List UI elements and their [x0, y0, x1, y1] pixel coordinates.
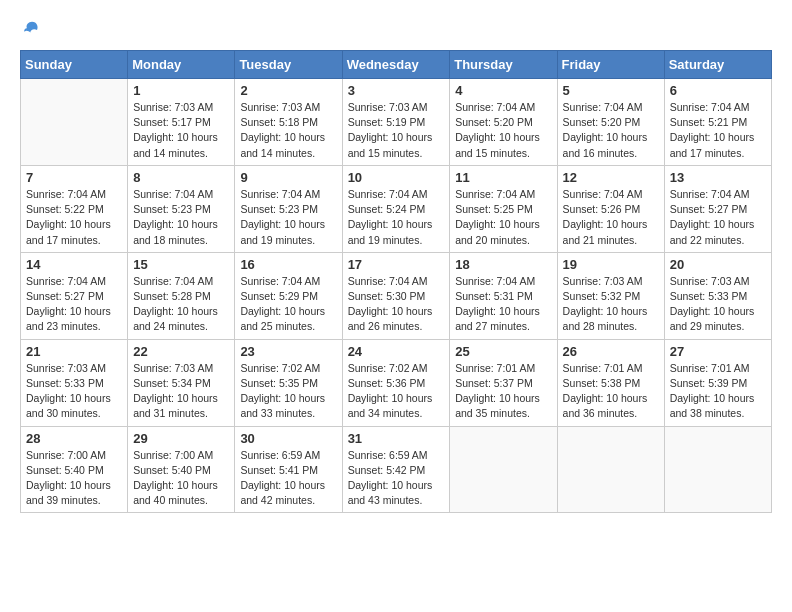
day-number: 26 — [563, 344, 659, 359]
day-info: Sunrise: 7:01 AMSunset: 5:39 PMDaylight:… — [670, 361, 766, 422]
day-info: Sunrise: 7:04 AMSunset: 5:31 PMDaylight:… — [455, 274, 551, 335]
day-number: 27 — [670, 344, 766, 359]
calendar-cell: 25Sunrise: 7:01 AMSunset: 5:37 PMDayligh… — [450, 339, 557, 426]
day-number: 22 — [133, 344, 229, 359]
calendar-cell: 29Sunrise: 7:00 AMSunset: 5:40 PMDayligh… — [128, 426, 235, 513]
weekday-header: Thursday — [450, 51, 557, 79]
calendar-cell: 21Sunrise: 7:03 AMSunset: 5:33 PMDayligh… — [21, 339, 128, 426]
calendar-cell: 11Sunrise: 7:04 AMSunset: 5:25 PMDayligh… — [450, 165, 557, 252]
calendar-cell: 1Sunrise: 7:03 AMSunset: 5:17 PMDaylight… — [128, 79, 235, 166]
day-number: 10 — [348, 170, 445, 185]
day-info: Sunrise: 7:04 AMSunset: 5:20 PMDaylight:… — [455, 100, 551, 161]
calendar-cell — [664, 426, 771, 513]
calendar-week-row: 1Sunrise: 7:03 AMSunset: 5:17 PMDaylight… — [21, 79, 772, 166]
weekday-header: Tuesday — [235, 51, 342, 79]
day-info: Sunrise: 7:02 AMSunset: 5:36 PMDaylight:… — [348, 361, 445, 422]
calendar-week-row: 7Sunrise: 7:04 AMSunset: 5:22 PMDaylight… — [21, 165, 772, 252]
calendar-cell: 22Sunrise: 7:03 AMSunset: 5:34 PMDayligh… — [128, 339, 235, 426]
calendar-cell — [450, 426, 557, 513]
weekday-header: Saturday — [664, 51, 771, 79]
day-info: Sunrise: 7:04 AMSunset: 5:22 PMDaylight:… — [26, 187, 122, 248]
day-number: 7 — [26, 170, 122, 185]
day-info: Sunrise: 7:04 AMSunset: 5:27 PMDaylight:… — [26, 274, 122, 335]
calendar-cell: 7Sunrise: 7:04 AMSunset: 5:22 PMDaylight… — [21, 165, 128, 252]
day-info: Sunrise: 7:04 AMSunset: 5:29 PMDaylight:… — [240, 274, 336, 335]
day-info: Sunrise: 7:04 AMSunset: 5:26 PMDaylight:… — [563, 187, 659, 248]
calendar-header-row: SundayMondayTuesdayWednesdayThursdayFrid… — [21, 51, 772, 79]
day-info: Sunrise: 7:00 AMSunset: 5:40 PMDaylight:… — [26, 448, 122, 509]
calendar-week-row: 14Sunrise: 7:04 AMSunset: 5:27 PMDayligh… — [21, 252, 772, 339]
calendar-cell: 16Sunrise: 7:04 AMSunset: 5:29 PMDayligh… — [235, 252, 342, 339]
page-header — [20, 20, 772, 40]
day-number: 1 — [133, 83, 229, 98]
day-info: Sunrise: 6:59 AMSunset: 5:41 PMDaylight:… — [240, 448, 336, 509]
day-info: Sunrise: 7:04 AMSunset: 5:25 PMDaylight:… — [455, 187, 551, 248]
day-info: Sunrise: 7:03 AMSunset: 5:18 PMDaylight:… — [240, 100, 336, 161]
day-number: 5 — [563, 83, 659, 98]
day-number: 25 — [455, 344, 551, 359]
day-number: 30 — [240, 431, 336, 446]
calendar-cell: 19Sunrise: 7:03 AMSunset: 5:32 PMDayligh… — [557, 252, 664, 339]
day-info: Sunrise: 7:01 AMSunset: 5:38 PMDaylight:… — [563, 361, 659, 422]
day-info: Sunrise: 7:04 AMSunset: 5:23 PMDaylight:… — [240, 187, 336, 248]
day-info: Sunrise: 7:03 AMSunset: 5:33 PMDaylight:… — [670, 274, 766, 335]
calendar-cell: 24Sunrise: 7:02 AMSunset: 5:36 PMDayligh… — [342, 339, 450, 426]
calendar-cell: 30Sunrise: 6:59 AMSunset: 5:41 PMDayligh… — [235, 426, 342, 513]
day-number: 28 — [26, 431, 122, 446]
calendar-cell: 23Sunrise: 7:02 AMSunset: 5:35 PMDayligh… — [235, 339, 342, 426]
weekday-header: Wednesday — [342, 51, 450, 79]
day-info: Sunrise: 7:03 AMSunset: 5:33 PMDaylight:… — [26, 361, 122, 422]
calendar-cell: 18Sunrise: 7:04 AMSunset: 5:31 PMDayligh… — [450, 252, 557, 339]
weekday-header: Sunday — [21, 51, 128, 79]
calendar-cell: 31Sunrise: 6:59 AMSunset: 5:42 PMDayligh… — [342, 426, 450, 513]
day-number: 12 — [563, 170, 659, 185]
day-number: 16 — [240, 257, 336, 272]
calendar-cell: 9Sunrise: 7:04 AMSunset: 5:23 PMDaylight… — [235, 165, 342, 252]
calendar-cell — [21, 79, 128, 166]
day-number: 18 — [455, 257, 551, 272]
calendar-cell: 6Sunrise: 7:04 AMSunset: 5:21 PMDaylight… — [664, 79, 771, 166]
calendar-cell: 2Sunrise: 7:03 AMSunset: 5:18 PMDaylight… — [235, 79, 342, 166]
calendar-cell: 15Sunrise: 7:04 AMSunset: 5:28 PMDayligh… — [128, 252, 235, 339]
day-number: 2 — [240, 83, 336, 98]
day-number: 11 — [455, 170, 551, 185]
calendar-cell — [557, 426, 664, 513]
day-info: Sunrise: 7:04 AMSunset: 5:23 PMDaylight:… — [133, 187, 229, 248]
calendar-week-row: 28Sunrise: 7:00 AMSunset: 5:40 PMDayligh… — [21, 426, 772, 513]
day-info: Sunrise: 7:04 AMSunset: 5:24 PMDaylight:… — [348, 187, 445, 248]
day-number: 9 — [240, 170, 336, 185]
day-number: 8 — [133, 170, 229, 185]
day-number: 4 — [455, 83, 551, 98]
day-info: Sunrise: 7:04 AMSunset: 5:20 PMDaylight:… — [563, 100, 659, 161]
calendar-cell: 27Sunrise: 7:01 AMSunset: 5:39 PMDayligh… — [664, 339, 771, 426]
day-number: 29 — [133, 431, 229, 446]
calendar-cell: 26Sunrise: 7:01 AMSunset: 5:38 PMDayligh… — [557, 339, 664, 426]
day-info: Sunrise: 7:00 AMSunset: 5:40 PMDaylight:… — [133, 448, 229, 509]
day-info: Sunrise: 7:02 AMSunset: 5:35 PMDaylight:… — [240, 361, 336, 422]
logo-bird-icon — [22, 20, 42, 40]
calendar-cell: 20Sunrise: 7:03 AMSunset: 5:33 PMDayligh… — [664, 252, 771, 339]
day-number: 21 — [26, 344, 122, 359]
day-info: Sunrise: 6:59 AMSunset: 5:42 PMDaylight:… — [348, 448, 445, 509]
calendar-cell: 12Sunrise: 7:04 AMSunset: 5:26 PMDayligh… — [557, 165, 664, 252]
calendar-cell: 13Sunrise: 7:04 AMSunset: 5:27 PMDayligh… — [664, 165, 771, 252]
calendar-cell: 3Sunrise: 7:03 AMSunset: 5:19 PMDaylight… — [342, 79, 450, 166]
calendar-cell: 28Sunrise: 7:00 AMSunset: 5:40 PMDayligh… — [21, 426, 128, 513]
day-info: Sunrise: 7:03 AMSunset: 5:32 PMDaylight:… — [563, 274, 659, 335]
day-info: Sunrise: 7:04 AMSunset: 5:30 PMDaylight:… — [348, 274, 445, 335]
calendar-cell: 5Sunrise: 7:04 AMSunset: 5:20 PMDaylight… — [557, 79, 664, 166]
day-number: 15 — [133, 257, 229, 272]
calendar-table: SundayMondayTuesdayWednesdayThursdayFrid… — [20, 50, 772, 513]
calendar-week-row: 21Sunrise: 7:03 AMSunset: 5:33 PMDayligh… — [21, 339, 772, 426]
calendar-cell: 14Sunrise: 7:04 AMSunset: 5:27 PMDayligh… — [21, 252, 128, 339]
day-number: 6 — [670, 83, 766, 98]
day-info: Sunrise: 7:04 AMSunset: 5:28 PMDaylight:… — [133, 274, 229, 335]
day-number: 13 — [670, 170, 766, 185]
weekday-header: Monday — [128, 51, 235, 79]
day-number: 17 — [348, 257, 445, 272]
day-number: 19 — [563, 257, 659, 272]
day-number: 31 — [348, 431, 445, 446]
day-info: Sunrise: 7:01 AMSunset: 5:37 PMDaylight:… — [455, 361, 551, 422]
calendar-cell: 10Sunrise: 7:04 AMSunset: 5:24 PMDayligh… — [342, 165, 450, 252]
day-number: 3 — [348, 83, 445, 98]
